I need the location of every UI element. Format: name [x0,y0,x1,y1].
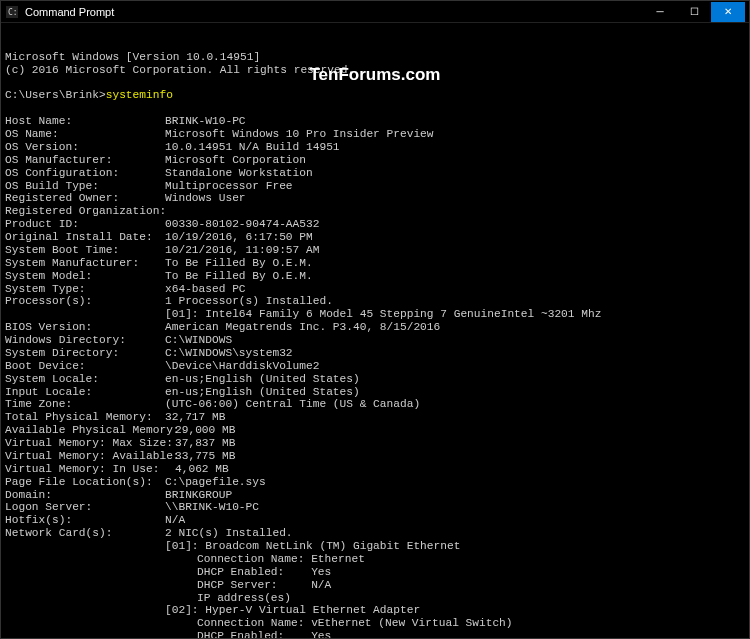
label-registered-owner: Registered Owner: [5,192,165,205]
value-network-cards: 2 NIC(s) Installed. [165,527,293,540]
close-button[interactable]: ✕ [711,2,745,22]
value-system-dir: C:\WINDOWS\system32 [165,347,293,360]
nic2-conn-label: Connection Name: [197,617,304,629]
value-windows-dir: C:\WINDOWS [165,334,232,347]
value-system-model: To Be Filled By O.E.M. [165,270,313,283]
value-domain: BRINKGROUP [165,489,232,502]
label-page-file: Page File Location(s): [5,476,165,489]
maximize-button[interactable]: ☐ [677,2,711,22]
value-logon-server: \\BRINK-W10-PC [165,501,259,514]
cmd-icon: C: [5,5,19,19]
value-system-type: x64-based PC [165,283,246,296]
value-system-manufacturer: To Be Filled By O.E.M. [165,257,313,270]
label-system-dir: System Directory: [5,347,165,360]
value-os-manufacturer: Microsoft Corporation [165,154,306,167]
label-logon-server: Logon Server: [5,501,165,514]
label-product-id: Product ID: [5,218,165,231]
label-vmem-avail: Virtual Memory: Available: [5,450,175,463]
label-system-manufacturer: System Manufacturer: [5,257,165,270]
value-avail-phys-mem: 29,000 MB [175,424,235,437]
window-controls: ─ ☐ ✕ [643,2,745,22]
label-windows-dir: Windows Directory: [5,334,165,347]
value-vmem-inuse: 4,062 MB [175,463,229,476]
label-system-type: System Type: [5,283,165,296]
value-time-zone: (UTC-06:00) Central Time (US & Canada) [165,398,420,411]
value-registered-owner: Windows User [165,192,246,205]
nic1-ip-header: IP address(es) [197,592,291,604]
nic1-header: [01]: Broadcom NetLink (TM) Gigabit Ethe… [165,540,460,552]
value-processors: 1 Processor(s) Installed. [165,295,333,308]
command-prompt-window: C: Command Prompt ─ ☐ ✕ TenForums.com Mi… [0,0,750,639]
nic1-dhcp-en-label: DHCP Enabled: [197,566,284,578]
svg-text:C:: C: [8,8,18,17]
label-os-configuration: OS Configuration: [5,167,165,180]
label-boot-device: Boot Device: [5,360,165,373]
label-vmem-inuse: Virtual Memory: In Use: [5,463,175,476]
label-hotfix: Hotfix(s): [5,514,165,527]
header-line-2: (c) 2016 Microsoft Corporation. All righ… [5,64,354,76]
value-page-file: C:\pagefile.sys [165,476,266,489]
label-total-phys-mem: Total Physical Memory: [5,411,165,424]
label-original-install: Original Install Date: [5,231,165,244]
nic1-conn: Ethernet [311,553,365,565]
minimize-button[interactable]: ─ [643,2,677,22]
nic2-header: [02]: Hyper-V Virtual Ethernet Adapter [165,604,420,616]
value-system-locale: en-us;English (United States) [165,373,360,386]
value-total-phys-mem: 32,717 MB [165,411,225,424]
label-os-build-type: OS Build Type: [5,180,165,193]
label-domain: Domain: [5,489,165,502]
label-os-version: OS Version: [5,141,165,154]
label-input-locale: Input Locale: [5,386,165,399]
nic1-dhcp-srv-label: DHCP Server: [197,579,278,591]
value-input-locale: en-us;English (United States) [165,386,360,399]
value-os-name: Microsoft Windows 10 Pro Insider Preview [165,128,434,141]
prompt-path: C:\Users\Brink> [5,89,106,101]
value-original-install: ‎10/‎19/‎2016, 6:17:50 PM [165,231,313,244]
nic1-dhcp-srv: N/A [311,579,331,591]
value-vmem-avail: 33,775 MB [175,450,235,463]
label-vmem-max: Virtual Memory: Max Size: [5,437,175,450]
nic2-dhcp-en-label: DHCP Enabled: [197,630,284,638]
value-bios-version: American Megatrends Inc. P3.40, ‎8/‎15/‎… [165,321,440,334]
label-os-manufacturer: OS Manufacturer: [5,154,165,167]
value-vmem-max: 37,837 MB [175,437,235,450]
title-bar[interactable]: C: Command Prompt ─ ☐ ✕ [1,1,749,23]
label-avail-phys-mem: Available Physical Memory: [5,424,175,437]
label-host-name: Host Name: [5,115,165,128]
label-network-cards: Network Card(s): [5,527,165,540]
label-os-name: OS Name: [5,128,165,141]
nic2-dhcp-en: Yes [311,630,331,638]
value-host-name: BRINK-W10-PC [165,115,246,128]
value-product-id: 00330-80102-90474-AA532 [165,218,319,231]
value-boot-device: \Device\HarddiskVolume2 [165,360,319,373]
value-os-version: 10.0.14951 N/A Build 14951 [165,141,340,154]
command-text: systeminfo [106,89,173,101]
label-time-zone: Time Zone: [5,398,165,411]
header-line-1: Microsoft Windows [Version 10.0.14951] [5,51,260,63]
window-title: Command Prompt [25,6,643,18]
value-hotfix: N/A [165,514,185,527]
label-system-model: System Model: [5,270,165,283]
label-system-locale: System Locale: [5,373,165,386]
label-registered-org: Registered Organization: [5,205,165,218]
nic1-dhcp-en: Yes [311,566,331,578]
value-system-boot: ‎10/‎21/‎2016, 11:09:57 AM [165,244,319,257]
processor-detail: [01]: Intel64 Family 6 Model 45 Stepping… [165,308,601,320]
terminal-output[interactable]: TenForums.com Microsoft Windows [Version… [1,23,749,638]
label-bios-version: BIOS Version: [5,321,165,334]
label-processors: Processor(s): [5,295,165,308]
value-os-configuration: Standalone Workstation [165,167,313,180]
label-system-boot: System Boot Time: [5,244,165,257]
value-os-build-type: Multiprocessor Free [165,180,293,193]
nic2-conn: vEthernet (New Virtual Switch) [311,617,512,629]
nic1-conn-label: Connection Name: [197,553,304,565]
